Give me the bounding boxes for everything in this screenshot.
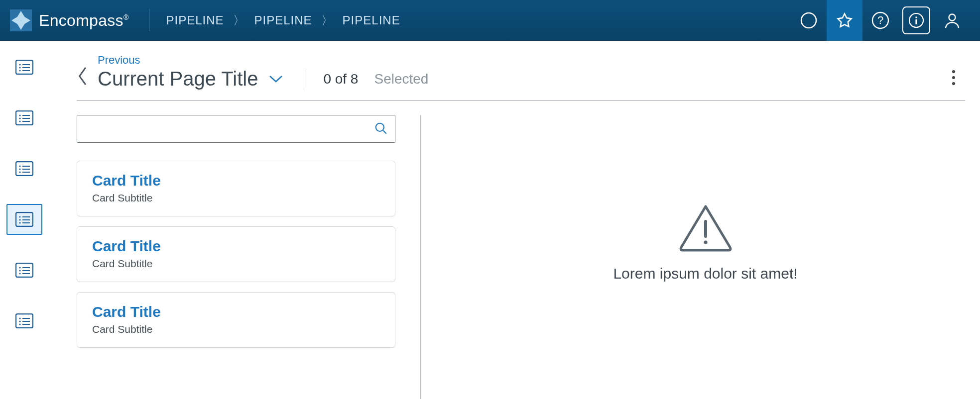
user-icon	[944, 12, 961, 29]
app-header: Encompass® PIPELINE 〉 PIPELINE 〉 PIPELIN…	[0, 0, 980, 41]
svg-point-29	[19, 168, 20, 170]
breadcrumb-item[interactable]: PIPELINE	[254, 13, 312, 27]
sidenav-item[interactable]	[6, 305, 42, 336]
user-button[interactable]	[934, 0, 970, 41]
svg-point-43	[19, 270, 20, 271]
side-nav	[0, 41, 49, 399]
title-dropdown[interactable]	[269, 75, 283, 84]
list-icon	[15, 263, 33, 278]
list-icon	[15, 110, 33, 125]
header-divider	[149, 9, 149, 31]
svg-line-55	[383, 130, 386, 134]
svg-point-36	[19, 219, 20, 220]
svg-point-13	[19, 64, 20, 65]
svg-point-52	[19, 323, 20, 325]
info-icon	[908, 12, 924, 28]
svg-point-31	[19, 171, 20, 173]
panel-divider	[420, 115, 421, 399]
title-divider	[303, 68, 303, 90]
svg-point-41	[19, 267, 20, 268]
circle-icon	[800, 12, 817, 29]
search-icon[interactable]	[374, 122, 387, 135]
svg-rect-10	[915, 19, 917, 24]
card-title: Card Title	[92, 303, 380, 320]
svg-point-38	[19, 222, 20, 223]
card[interactable]: Card TitleCard Subtitle	[77, 161, 395, 216]
card-subtitle: Card Subtitle	[92, 192, 380, 204]
info-button[interactable]	[898, 0, 934, 41]
status-circle-button[interactable]	[791, 0, 827, 41]
header-rule	[77, 100, 965, 101]
card-list: Card TitleCard SubtitleCard TitleCard Su…	[77, 161, 395, 348]
list-icon	[15, 313, 33, 328]
sidenav-item[interactable]	[6, 255, 42, 286]
empty-message: Lorem ipsum dolor sit amet!	[613, 265, 797, 282]
chevron-right-icon: 〉	[233, 12, 245, 28]
breadcrumb: PIPELINE 〉 PIPELINE 〉 PIPELINE	[166, 12, 400, 28]
page-header: Previous Current Page Title 0 of 8 Selec…	[77, 54, 965, 90]
search-box	[77, 115, 395, 143]
back-button[interactable]	[77, 65, 90, 87]
sidenav-item[interactable]	[6, 52, 42, 83]
card-title: Card Title	[92, 172, 380, 189]
card-title: Card Title	[92, 238, 380, 255]
svg-point-50	[19, 320, 20, 322]
sidenav-item[interactable]	[6, 204, 42, 235]
svg-point-15	[19, 67, 20, 68]
card[interactable]: Card TitleCard Subtitle	[77, 226, 395, 282]
svg-point-45	[19, 273, 20, 274]
warning-icon	[678, 202, 733, 252]
svg-point-48	[19, 317, 20, 319]
card-subtitle: Card Subtitle	[92, 258, 380, 270]
svg-point-11	[949, 14, 956, 21]
previous-link[interactable]: Previous	[98, 54, 428, 67]
card[interactable]: Card TitleCard Subtitle	[77, 292, 395, 348]
svg-point-24	[19, 120, 20, 122]
star-icon	[836, 12, 853, 29]
svg-point-57	[704, 240, 707, 244]
search-input[interactable]	[77, 115, 395, 143]
brand-logo-icon	[10, 9, 32, 31]
breadcrumb-item[interactable]: PIPELINE	[166, 13, 224, 27]
brand[interactable]: Encompass®	[10, 9, 129, 31]
brand-name: Encompass®	[39, 11, 129, 30]
selection-count: 0 of 8	[323, 71, 358, 87]
list-icon	[15, 60, 33, 75]
svg-point-22	[19, 117, 20, 119]
svg-point-9	[915, 16, 917, 18]
help-button[interactable]: ?	[862, 0, 898, 41]
empty-state: Lorem ipsum dolor sit amet!	[446, 115, 965, 399]
svg-point-54	[376, 123, 384, 131]
svg-point-20	[19, 114, 20, 116]
list-icon	[15, 212, 33, 227]
list-icon	[15, 161, 33, 176]
card-subtitle: Card Subtitle	[92, 323, 380, 335]
sidenav-item[interactable]	[6, 153, 42, 184]
selection-label: Selected	[374, 71, 428, 87]
chevron-right-icon: 〉	[321, 12, 334, 28]
svg-text:?: ?	[877, 14, 883, 26]
breadcrumb-item[interactable]: PIPELINE	[343, 13, 400, 27]
svg-point-27	[19, 165, 20, 167]
svg-point-5	[801, 13, 816, 28]
ellipsis-vertical-icon	[952, 70, 955, 85]
svg-point-34	[19, 216, 20, 217]
more-actions-button[interactable]	[942, 65, 965, 90]
sidenav-item[interactable]	[6, 102, 42, 133]
svg-point-17	[19, 70, 20, 71]
favorite-button[interactable]	[827, 0, 862, 41]
page-title: Current Page Title	[98, 68, 258, 90]
question-icon: ?	[871, 11, 889, 29]
